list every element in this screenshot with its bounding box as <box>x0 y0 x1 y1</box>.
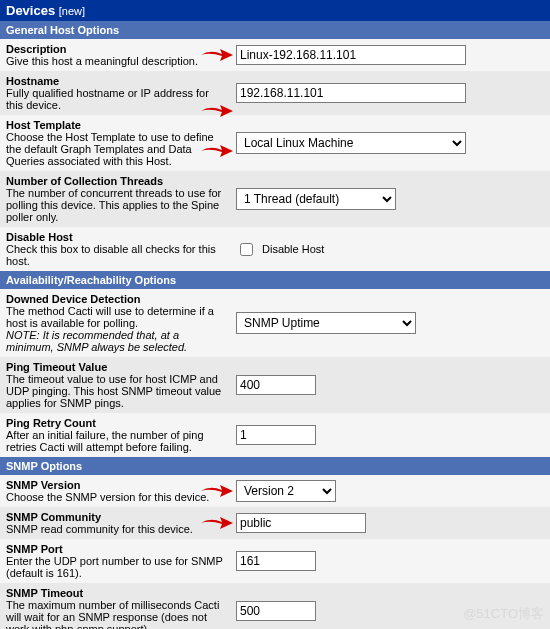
host-template-help: Choose the Host Template to use to defin… <box>6 131 214 167</box>
disable-help: Check this box to disable all checks for… <box>6 243 216 267</box>
ping-timeout-input[interactable] <box>236 375 316 395</box>
row-ping-retry: Ping Retry Count After an initial failur… <box>0 413 550 457</box>
hostname-input[interactable] <box>236 83 466 103</box>
row-description: Description Give this host a meaningful … <box>0 39 550 71</box>
host-template-label: Host Template <box>6 119 81 131</box>
row-snmp-timeout: SNMP Timeout The maximum number of milli… <box>0 583 550 629</box>
downed-label: Downed Device Detection <box>6 293 140 305</box>
snmp-timeout-help: The maximum number of milliseconds Cacti… <box>6 599 219 629</box>
snmp-port-input[interactable] <box>236 551 316 571</box>
row-snmp-port: SNMP Port Enter the UDP port number to u… <box>0 539 550 583</box>
page-title: Devices [new] <box>0 0 550 21</box>
description-help: Give this host a meaningful description. <box>6 55 198 67</box>
ping-timeout-help: The timeout value to use for host ICMP a… <box>6 373 221 409</box>
row-hostname: Hostname Fully qualified hostname or IP … <box>0 71 550 115</box>
host-template-select[interactable]: Local Linux Machine <box>236 132 466 154</box>
section-general: General Host Options <box>0 21 550 39</box>
description-label: Description <box>6 43 67 55</box>
snmp-community-input[interactable] <box>236 513 366 533</box>
title-sub: [new] <box>59 5 85 17</box>
disable-checkbox[interactable] <box>240 243 253 256</box>
snmp-version-select[interactable]: Version 2 <box>236 480 336 502</box>
disable-checkbox-label: Disable Host <box>262 243 324 255</box>
downed-select[interactable]: SNMP Uptime <box>236 312 416 334</box>
ping-retry-input[interactable] <box>236 425 316 445</box>
row-snmp-version: SNMP Version Choose the SNMP version for… <box>0 475 550 507</box>
snmp-community-label: SNMP Community <box>6 511 101 523</box>
hostname-label: Hostname <box>6 75 59 87</box>
snmp-timeout-label: SNMP Timeout <box>6 587 83 599</box>
row-ping-timeout: Ping Timeout Value The timeout value to … <box>0 357 550 413</box>
ping-timeout-label: Ping Timeout Value <box>6 361 107 373</box>
row-host-template: Host Template Choose the Host Template t… <box>0 115 550 171</box>
threads-label: Number of Collection Threads <box>6 175 163 187</box>
hostname-help: Fully qualified hostname or IP address f… <box>6 87 209 111</box>
downed-note: NOTE: It is recommended that, at a minim… <box>6 329 187 353</box>
snmp-community-help: SNMP read community for this device. <box>6 523 193 535</box>
ping-retry-label: Ping Retry Count <box>6 417 96 429</box>
snmp-timeout-input[interactable] <box>236 601 316 621</box>
section-avail: Availability/Reachability Options <box>0 271 550 289</box>
snmp-version-help: Choose the SNMP version for this device. <box>6 491 209 503</box>
row-downed: Downed Device Detection The method Cacti… <box>0 289 550 357</box>
row-snmp-community: SNMP Community SNMP read community for t… <box>0 507 550 539</box>
section-snmp: SNMP Options <box>0 457 550 475</box>
title-main: Devices <box>6 3 55 18</box>
downed-help: The method Cacti will use to determine i… <box>6 305 214 329</box>
row-disable: Disable Host Check this box to disable a… <box>0 227 550 271</box>
description-input[interactable] <box>236 45 466 65</box>
snmp-version-label: SNMP Version <box>6 479 80 491</box>
snmp-port-label: SNMP Port <box>6 543 63 555</box>
snmp-port-help: Enter the UDP port number to use for SNM… <box>6 555 223 579</box>
ping-retry-help: After an initial failure, the number of … <box>6 429 204 453</box>
threads-help: The number of concurrent threads to use … <box>6 187 221 223</box>
disable-label: Disable Host <box>6 231 73 243</box>
threads-select[interactable]: 1 Thread (default) <box>236 188 396 210</box>
row-threads: Number of Collection Threads The number … <box>0 171 550 227</box>
